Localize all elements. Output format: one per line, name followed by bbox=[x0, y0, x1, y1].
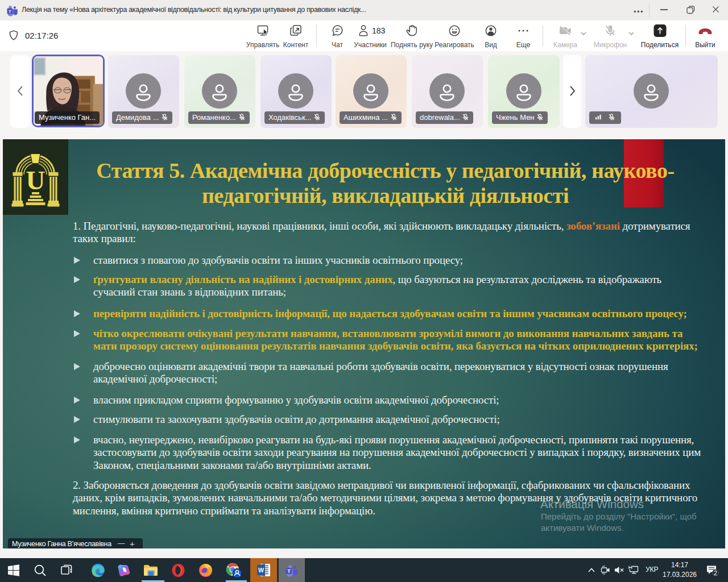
svg-text:2: 2 bbox=[714, 569, 717, 576]
svg-text:U: U bbox=[26, 165, 46, 195]
svg-text:W: W bbox=[258, 567, 264, 573]
svg-text:T: T bbox=[287, 568, 291, 574]
svg-text:183: 183 bbox=[372, 26, 386, 35]
svg-text:T: T bbox=[9, 9, 11, 14]
